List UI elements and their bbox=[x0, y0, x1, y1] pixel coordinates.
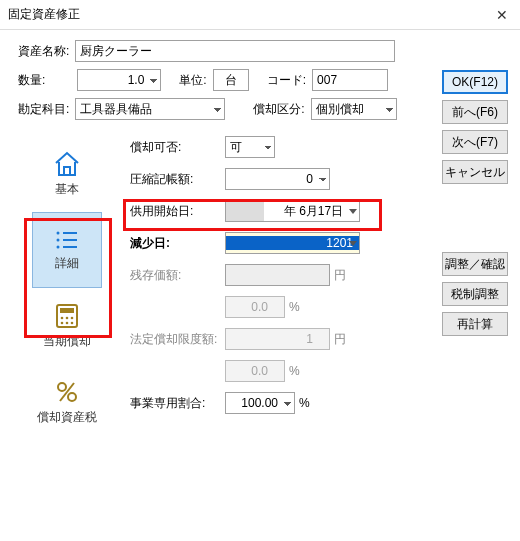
svg-point-2 bbox=[57, 238, 60, 241]
svg-point-12 bbox=[66, 321, 69, 324]
asset-name-input[interactable] bbox=[75, 40, 395, 62]
decrease-label: 減少日: bbox=[130, 235, 225, 252]
chevron-down-icon bbox=[349, 241, 357, 246]
start-date-label: 供用開始日: bbox=[130, 203, 225, 220]
tab-tax[interactable]: 償却資産税 bbox=[32, 364, 102, 440]
chevron-down-icon bbox=[349, 209, 357, 214]
svg-point-14 bbox=[58, 383, 66, 391]
code-input[interactable] bbox=[312, 69, 388, 91]
tab-periodic[interactable]: 当期償却 bbox=[32, 288, 102, 364]
residual-pct-select: 0.0 bbox=[225, 296, 285, 318]
yen-unit-2: 円 bbox=[334, 331, 346, 348]
yen-unit: 円 bbox=[334, 267, 346, 284]
svg-point-15 bbox=[68, 393, 76, 401]
svg-point-4 bbox=[57, 245, 60, 248]
account-label: 勘定科目: bbox=[18, 101, 69, 118]
code-label: コード: bbox=[267, 72, 306, 89]
tab-periodic-label: 当期償却 bbox=[43, 333, 91, 350]
svg-point-13 bbox=[71, 321, 74, 324]
account-select[interactable]: 工具器具備品 bbox=[75, 98, 225, 120]
qty-label: 数量: bbox=[18, 72, 45, 89]
limit-label: 法定償却限度額: bbox=[130, 331, 225, 348]
asset-name-label: 資産名称: bbox=[18, 43, 69, 60]
svg-point-8 bbox=[61, 316, 64, 319]
svg-point-10 bbox=[71, 316, 74, 319]
div-select[interactable]: 個別償却 bbox=[311, 98, 397, 120]
start-date-text: 年 6月17日 bbox=[268, 203, 359, 220]
residual-input bbox=[225, 264, 330, 286]
recalc-button[interactable]: 再計算 bbox=[442, 312, 508, 336]
tax-adjust-button[interactable]: 税制調整 bbox=[442, 282, 508, 306]
home-icon bbox=[53, 151, 81, 177]
tab-tax-label: 償却資産税 bbox=[37, 409, 97, 426]
window-title: 固定資産修正 bbox=[8, 6, 80, 23]
qty-select[interactable]: 1.0 bbox=[77, 69, 161, 91]
tab-basic[interactable]: 基本 bbox=[32, 136, 102, 212]
unit-input[interactable] bbox=[213, 69, 249, 91]
tab-detail[interactable]: 詳細 bbox=[32, 212, 102, 288]
decrease-value: 1201 bbox=[226, 236, 359, 250]
percent-icon bbox=[54, 379, 80, 405]
bizratio-select[interactable]: 100.00 bbox=[225, 392, 295, 414]
adjust-button[interactable]: 調整／確認 bbox=[442, 252, 508, 276]
svg-point-9 bbox=[66, 316, 69, 319]
residual-label: 残存価額: bbox=[130, 267, 225, 284]
next-button[interactable]: 次へ(F7) bbox=[442, 130, 508, 154]
cancel-button[interactable]: キャンセル bbox=[442, 160, 508, 184]
svg-line-16 bbox=[60, 383, 74, 401]
div-label: 償却区分: bbox=[253, 101, 304, 118]
list-icon bbox=[53, 229, 81, 251]
close-icon[interactable]: ✕ bbox=[492, 7, 512, 23]
tab-detail-label: 詳細 bbox=[55, 255, 79, 272]
svg-point-0 bbox=[57, 231, 60, 234]
pct-unit-3: % bbox=[299, 396, 310, 410]
dep-allow-label: 償却可否: bbox=[130, 139, 225, 156]
dep-allow-select[interactable]: 可 bbox=[225, 136, 275, 158]
tab-basic-label: 基本 bbox=[55, 181, 79, 198]
bizratio-label: 事業専用割合: bbox=[130, 395, 225, 412]
ok-button[interactable]: OK(F12) bbox=[442, 70, 508, 94]
svg-point-11 bbox=[61, 321, 64, 324]
start-date-input[interactable]: 年 6月17日 bbox=[225, 200, 360, 222]
compress-label: 圧縮記帳額: bbox=[130, 171, 225, 188]
decrease-date-input[interactable]: 1201 bbox=[225, 232, 360, 254]
compress-select[interactable]: 0 bbox=[225, 168, 330, 190]
svg-rect-7 bbox=[60, 308, 74, 313]
prev-button[interactable]: 前へ(F6) bbox=[442, 100, 508, 124]
limit-pct-select: 0.0 bbox=[225, 360, 285, 382]
pct-unit-2: % bbox=[289, 364, 300, 378]
limit-select: 1 bbox=[225, 328, 330, 350]
era-box bbox=[226, 201, 264, 221]
unit-label: 単位: bbox=[179, 72, 206, 89]
pct-unit: % bbox=[289, 300, 300, 314]
calculator-icon bbox=[54, 303, 80, 329]
